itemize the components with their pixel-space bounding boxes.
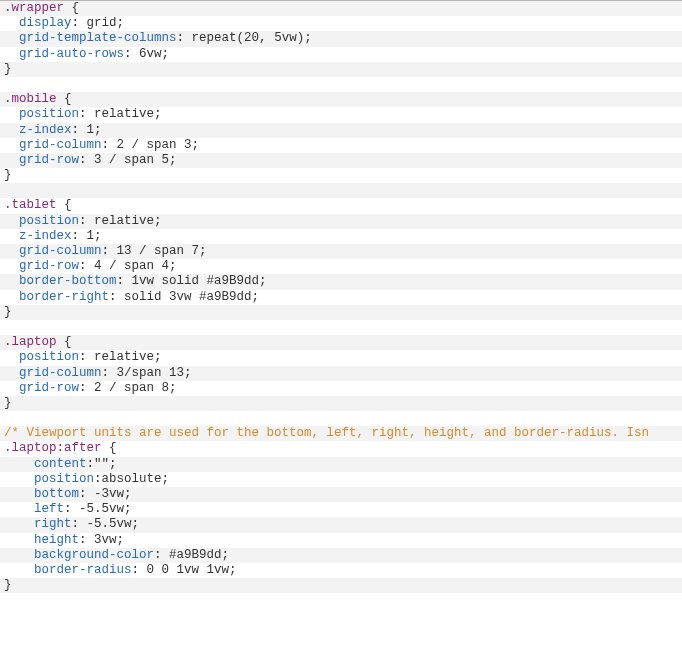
code-line: border-right: solid 3vw #a9B9dd; [0,290,682,305]
code-line: position:absolute; [0,472,682,487]
code-line [0,77,682,92]
code-line [0,320,682,335]
code-line [0,183,682,198]
code-line: right: -5.5vw; [0,517,682,532]
code-line: } [0,578,682,593]
code-line: bottom: -3vw; [0,487,682,502]
code-line: position: relative; [0,214,682,229]
code-line: z-index: 1; [0,123,682,138]
code-line: position: relative; [0,107,682,122]
code-line: .laptop { [0,335,682,350]
code-line: grid-row: 2 / span 8; [0,381,682,396]
code-line: grid-column: 13 / span 7; [0,244,682,259]
code-line: } [0,396,682,411]
code-line: } [0,305,682,320]
code-line: .wrapper { [0,1,682,16]
code-line [0,411,682,426]
code-line: position: relative; [0,350,682,365]
code-line: .tablet { [0,198,682,213]
code-line: } [0,62,682,77]
code-line: .mobile { [0,92,682,107]
code-line: z-index: 1; [0,229,682,244]
code-line: border-bottom: 1vw solid #a9B9dd; [0,274,682,289]
code-line: grid-column: 2 / span 3; [0,138,682,153]
code-line: height: 3vw; [0,533,682,548]
code-line: background-color: #a9B9dd; [0,548,682,563]
code-line: border-radius: 0 0 1vw 1vw; [0,563,682,578]
code-line: grid-auto-rows: 6vw; [0,47,682,62]
code-line: grid-row: 4 / span 4; [0,259,682,274]
code-line: /* Viewport units are used for the botto… [0,426,682,441]
code-line: .laptop:after { [0,441,682,456]
code-line: content:""; [0,457,682,472]
code-line: } [0,168,682,183]
code-editor: .wrapper { display: grid; grid-template-… [0,0,682,593]
code-line: grid-column: 3/span 13; [0,366,682,381]
code-line: grid-template-columns: repeat(20, 5vw); [0,31,682,46]
code-line: left: -5.5vw; [0,502,682,517]
code-line: grid-row: 3 / span 5; [0,153,682,168]
code-line: display: grid; [0,16,682,31]
